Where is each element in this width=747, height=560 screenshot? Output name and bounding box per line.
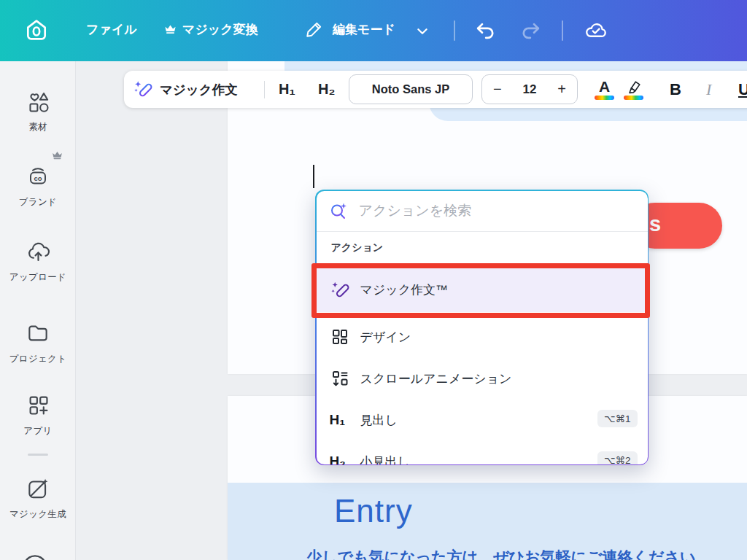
underline-button[interactable]: U <box>738 71 747 108</box>
coral-button-text-fragment: s <box>649 212 661 236</box>
entry-section[interactable]: Entry 少しでも気になった方は、ぜひお気軽にご連絡ください <box>228 483 747 560</box>
shortcut-badge: ⌥⌘1 <box>597 410 638 427</box>
text-color-button[interactable]: A <box>595 71 614 108</box>
menu-item-heading[interactable]: H₁ 見出し ⌥⌘1 <box>317 400 648 441</box>
sidebar-item-projects[interactable]: プロジェクト <box>0 320 76 365</box>
magic-write-pen-icon <box>330 280 350 300</box>
highlight-color-button[interactable] <box>624 71 643 108</box>
undo-button[interactable] <box>474 19 497 44</box>
text-cursor <box>313 165 314 188</box>
toolbar-divider <box>264 81 265 98</box>
sidebar-item-label: マジック生成 <box>0 508 76 521</box>
pencil-icon <box>305 20 324 42</box>
h1-icon: H₁ <box>330 412 352 428</box>
highlighter-icon <box>626 79 642 94</box>
chevron-down-icon[interactable] <box>416 25 429 41</box>
sidebar-item-label: アプリ <box>0 425 76 438</box>
magic-write-pen-icon <box>133 79 153 100</box>
menu-item-label: デザイン <box>360 329 411 346</box>
menu-item-label: 小見出し <box>360 454 410 464</box>
svg-text:co: co <box>34 174 42 182</box>
partial-bottom-icon[interactable] <box>20 548 50 560</box>
sidebar-item-elements[interactable]: 素材 <box>0 89 76 133</box>
sidebar-item-apps[interactable]: アプリ <box>0 392 76 438</box>
magic-write-toolbar-label: マジック作文 <box>160 81 238 98</box>
left-object-panel: 素材 co ブランド アップロード プロジェクト <box>0 61 76 560</box>
font-size-increase-button[interactable]: + <box>557 81 566 98</box>
text-color-letter: A <box>599 79 610 94</box>
heading2-button[interactable]: H₂ <box>318 71 335 108</box>
sidebar-item-label: アップロード <box>0 271 76 284</box>
sidebar-item-brand[interactable]: co ブランド <box>0 163 76 209</box>
entry-heading[interactable]: Entry <box>334 493 413 529</box>
font-size-stepper: − 12 + <box>481 74 578 104</box>
topbar-divider <box>562 20 563 41</box>
sidebar-item-label: ブランド <box>0 196 76 209</box>
cloud-save-check-icon[interactable] <box>584 18 608 45</box>
action-dropdown-menu: アクションを検索 アクション マジック作文™ <box>315 190 649 465</box>
menu-item-design[interactable]: デザイン <box>317 316 648 358</box>
top-app-bar: ファイル マジック変換 編集モード <box>0 0 747 61</box>
sidebar-item-magic-generate[interactable]: マジック生成 <box>0 475 76 521</box>
premium-crown-icon <box>51 149 63 164</box>
heading1-button[interactable]: H₁ <box>279 71 295 108</box>
file-menu-button[interactable]: ファイル <box>86 21 137 38</box>
sidebar-item-label: 素材 <box>0 121 76 133</box>
font-family-selector[interactable]: Noto Sans JP <box>349 74 473 104</box>
menu-item-label: スクロールアニメーション <box>360 370 512 387</box>
menu-item-scroll-animation[interactable]: スクロールアニメーション <box>317 358 648 400</box>
actions-section-label: アクション <box>331 241 384 254</box>
sidebar-item-label: プロジェクト <box>0 353 76 365</box>
h2-icon: H₂ <box>330 454 352 464</box>
magic-switch-button[interactable]: マジック変換 <box>182 21 258 38</box>
redo-button[interactable] <box>519 19 542 44</box>
edit-mode-dropdown-button[interactable]: 編集モード <box>333 21 395 38</box>
font-size-value[interactable]: 12 <box>523 82 537 97</box>
bold-button[interactable]: B <box>670 71 681 108</box>
topbar-divider <box>454 20 455 41</box>
highlight-rainbow-bar <box>624 96 643 100</box>
menu-item-label: 見出し <box>360 412 398 429</box>
font-size-decrease-button[interactable]: − <box>493 81 502 98</box>
magic-search-icon <box>329 201 349 221</box>
crown-icon <box>163 22 177 39</box>
menu-item-subheading[interactable]: H₂ 小見出し ⌥⌘2 <box>317 441 648 464</box>
italic-button[interactable]: I <box>706 71 711 108</box>
menu-item-label: マジック作文™ <box>360 281 449 298</box>
action-search-input[interactable]: アクションを検索 <box>317 191 648 232</box>
design-grid-icon <box>330 327 350 346</box>
scroll-animation-icon <box>330 369 350 388</box>
canva-home-button[interactable] <box>22 15 51 47</box>
sidebar-item-uploads[interactable]: アップロード <box>0 238 76 284</box>
shortcut-badge: ⌥⌘2 <box>597 451 638 464</box>
action-search-placeholder: アクションを検索 <box>359 201 472 220</box>
magic-write-toolbar-button[interactable]: マジック作文 <box>133 71 238 108</box>
text-format-toolbar: マジック作文 H₁ H₂ Noto Sans JP − 12 + A B I U <box>124 71 747 108</box>
entry-body-text[interactable]: 少しでも気になった方は、ぜひお気軽にご連絡ください <box>306 547 695 560</box>
text-color-rainbow-bar <box>595 96 614 100</box>
sidebar-divider <box>28 454 48 456</box>
menu-item-magic-write[interactable]: マジック作文™ <box>317 268 648 312</box>
